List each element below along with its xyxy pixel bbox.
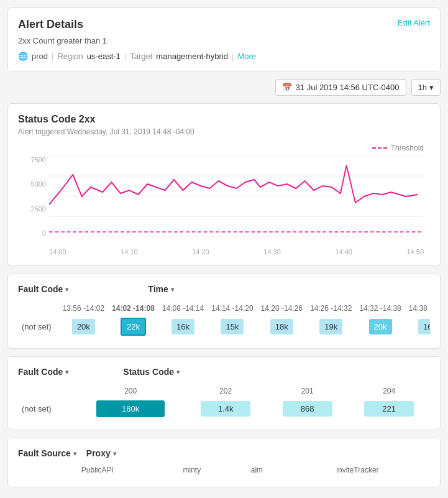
proxy-arrow: ▾	[113, 450, 116, 457]
empty-header-2	[18, 384, 76, 398]
time-col-2: 14:02 -14:08	[108, 302, 158, 315]
fault-source-label: Fault Source	[18, 448, 71, 458]
fault-source-header: Fault Source ▾ Proxy ▾	[18, 448, 430, 458]
separator1: |	[52, 52, 53, 61]
fault-code-time-table-container: 13:56 -14:02 14:02 -14:08 14:08 -14:14 1…	[18, 302, 430, 338]
x-label-1420: 14:20	[192, 248, 209, 256]
proxy-dropdown[interactable]: Proxy ▾	[86, 448, 116, 458]
globe-icon: 🌐	[18, 52, 28, 61]
status-val-204: 221	[348, 398, 430, 420]
timerange-selector[interactable]: 1h ▾	[411, 79, 441, 96]
status-code-arrow: ▾	[176, 369, 180, 376]
fault-code-status-table-container: 200 202 201 204 (not set) 180k 1.4k 868 …	[18, 384, 430, 420]
alert-details-card: Alert Details Edit Alert 2xx Count great…	[7, 7, 441, 71]
threshold-label: Threshold	[391, 144, 424, 152]
x-label-1450: 14:50	[406, 248, 424, 256]
time-col-4: 14:14 -14:20	[208, 302, 257, 315]
alert-meta: 🌐 prod | Region us-east-1 | Target manag…	[18, 52, 430, 61]
status-val-200: 180k	[76, 398, 185, 420]
fault-code-dropdown-2[interactable]: Fault Code ▾	[18, 367, 68, 377]
fault-code-label: Fault Code	[18, 284, 63, 294]
date-value: 31 Jul 2019 14:56 UTC-0400	[296, 83, 400, 92]
calendar-icon: 📅	[282, 83, 292, 92]
status-code-dropdown[interactable]: Status Code ▾	[123, 367, 180, 377]
status-table-row: (not set) 180k 1.4k 868 221	[18, 398, 430, 420]
proxy-col-4: inviteTracker	[285, 463, 430, 477]
alert-header: Alert Details Edit Alert	[18, 18, 430, 31]
fault-source-card: Fault Source ▾ Proxy ▾ PublicAPI minty a…	[7, 438, 441, 487]
fault-code-status-table: 200 202 201 204 (not set) 180k 1.4k 868 …	[18, 384, 430, 420]
val-8: 16k	[405, 315, 430, 338]
y-axis: 7500 5000 2500 0	[24, 156, 46, 237]
time-col-1: 13:56 -14:02	[59, 302, 108, 315]
x-axis: 14:00 14:10 14:20 14:30 14:40 14:50	[49, 248, 424, 256]
chart-subtitle: Alert triggered Wednesday, Jul 31, 2019 …	[18, 127, 430, 136]
proxy-col-3: alm	[229, 463, 285, 477]
status-val-201: 868	[267, 398, 349, 420]
val-2: 22k	[108, 315, 158, 338]
fault-source-table: PublicAPI minty alm inviteTracker	[18, 463, 430, 477]
val-6: 19k	[306, 315, 355, 338]
chart-card: Status Code 2xx Alert triggered Wednesda…	[7, 103, 441, 266]
time-dropdown[interactable]: Time ▾	[148, 284, 173, 294]
status-204: 204	[348, 384, 430, 398]
fault-code-arrow-2: ▾	[65, 369, 68, 376]
fault-code-time-card: Fault Code ▾ Time ▾ 13:56 -14:02 14:02 -…	[7, 274, 441, 349]
fault-code-status-card: Fault Code ▾ Status Code ▾ 200 202 201 2…	[7, 356, 441, 430]
fault-source-table-container: PublicAPI minty alm inviteTracker	[18, 463, 430, 477]
chart-area: Threshold 7500 5000 2500 0	[24, 144, 424, 256]
y-label-7500: 7500	[24, 156, 46, 164]
status-val-202: 1.4k	[185, 398, 267, 420]
more-link[interactable]: More	[237, 52, 256, 61]
fault-code-time-table: 13:56 -14:02 14:02 -14:08 14:08 -14:14 1…	[18, 302, 430, 338]
time-col-3: 14:08 -14:14	[158, 302, 208, 315]
fault-source-dropdown[interactable]: Fault Source ▾	[18, 448, 76, 458]
chart-title: Status Code 2xx	[18, 114, 430, 125]
time-col-7: 14:32 -14:38	[355, 302, 405, 315]
status-header-row: 200 202 201 204	[18, 384, 430, 398]
x-label-1400: 14:00	[49, 248, 66, 256]
proxy-col-1: PublicAPI	[40, 463, 155, 477]
prod-value: prod	[32, 52, 48, 61]
status-200: 200	[76, 384, 185, 398]
region-value: us-east-1	[87, 52, 121, 61]
table-row: (not set) 20k 22k 16k 15k 18k 19k 20k 16…	[18, 315, 430, 338]
fault-code-dropdown[interactable]: Fault Code ▾	[18, 284, 68, 294]
region-label: Region	[57, 52, 83, 61]
x-label-1440: 14:40	[335, 248, 352, 256]
val-3: 16k	[158, 315, 208, 338]
y-label-2500: 2500	[24, 205, 46, 213]
alert-description: 2xx Count greater than 1	[18, 36, 430, 45]
fault-code-label-2: Fault Code	[18, 367, 63, 377]
status-201: 201	[267, 384, 349, 398]
val-5: 18k	[257, 315, 306, 338]
val-4: 15k	[208, 315, 257, 338]
empty-header-3	[18, 463, 40, 477]
y-label-5000: 5000	[24, 180, 46, 188]
target-label: Target	[130, 52, 152, 61]
x-label-1410: 14:10	[121, 248, 138, 256]
proxy-header-row: PublicAPI minty alm inviteTracker	[18, 463, 430, 477]
target-value: management-hybrid	[156, 52, 228, 61]
time-arrow: ▾	[171, 286, 174, 293]
x-label-1430: 14:30	[263, 248, 281, 256]
not-set-label-1: (not set)	[18, 315, 59, 338]
threshold-dash-icon	[372, 147, 387, 149]
proxy-label: Proxy	[86, 448, 111, 458]
chart-svg-area	[49, 156, 424, 237]
fault-code-arrow: ▾	[65, 286, 68, 293]
status-202: 202	[185, 384, 267, 398]
fault-code-status-header: Fault Code ▾ Status Code ▾	[18, 367, 430, 377]
time-label: Time	[148, 284, 168, 294]
separator3: |	[232, 52, 234, 61]
datetime-selector[interactable]: 📅 31 Jul 2019 14:56 UTC-0400	[275, 79, 406, 96]
empty-header	[18, 302, 59, 315]
fault-source-arrow: ▾	[73, 450, 76, 457]
time-col-5: 14:20 -14:26	[257, 302, 306, 315]
status-code-label: Status Code	[123, 367, 174, 377]
separator2: |	[124, 52, 126, 61]
val-1: 20k	[59, 315, 108, 338]
fault-code-time-header: Fault Code ▾ Time ▾	[18, 284, 430, 294]
edit-alert-link[interactable]: Edit Alert	[398, 18, 430, 27]
timerange-arrow: ▾	[429, 83, 434, 92]
